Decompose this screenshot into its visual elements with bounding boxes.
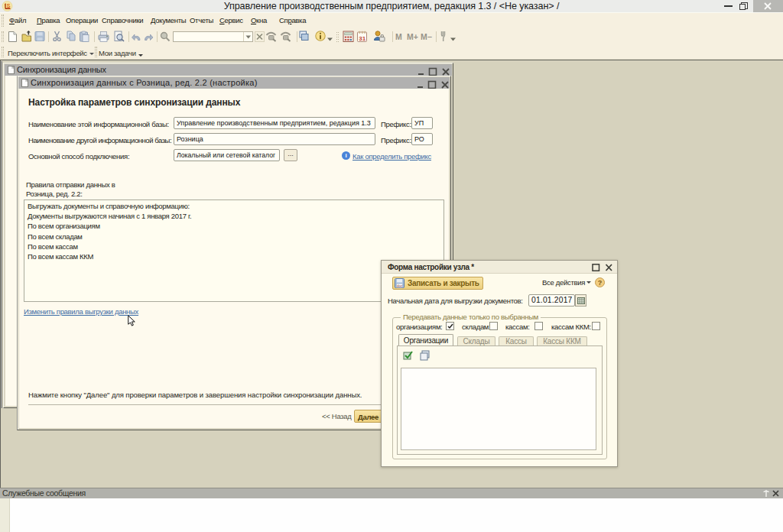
svg-text:M−: M−: [421, 32, 432, 41]
svg-text:doc: doc: [397, 284, 403, 288]
svg-text:M: M: [395, 32, 402, 41]
svg-text:31: 31: [359, 35, 366, 42]
svg-text:M+: M+: [407, 32, 418, 41]
